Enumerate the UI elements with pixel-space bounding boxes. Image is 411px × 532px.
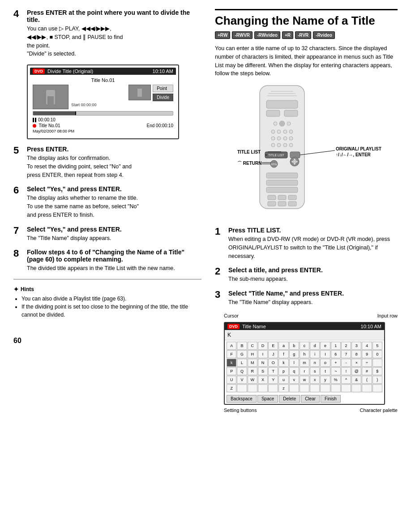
space-button[interactable]: Space [257,395,278,403]
char-X[interactable]: X [258,376,268,384]
char-N[interactable]: N [258,359,268,367]
char-caret[interactable]: ^ [341,376,351,384]
char-7[interactable]: 7 [341,350,351,358]
char-y[interactable]: y [320,376,330,384]
char-M[interactable]: M [248,359,257,367]
char-plus[interactable]: + [331,359,341,367]
right-step-2-body: The sub-menu appears. [228,275,398,283]
char-z[interactable]: z [278,384,288,392]
dvd-point-button[interactable]: Point [153,85,173,92]
char-grid-area: A B C D E a b c d e 1 2 3 4 5 [225,340,384,394]
char-U[interactable]: U [227,376,236,384]
svg-point-9 [287,122,291,125]
char-minus[interactable]: - [341,359,351,367]
dvd-screen-time: 10:10 AM [153,69,173,74]
char-o[interactable]: o [320,359,330,367]
char-Z[interactable]: Z [227,384,236,392]
char-c[interactable]: c [300,342,309,350]
dvd-progress-marker [75,112,76,115]
char-D[interactable]: D [258,342,268,350]
char-k2[interactable]: k [278,359,288,367]
char-H[interactable]: H [248,350,257,358]
char-d[interactable]: d [310,342,320,350]
dvd-divide-button[interactable]: Divide [153,94,173,101]
char-tilde[interactable]: ~ [331,367,341,375]
backspace-button[interactable]: Backspace [227,395,257,403]
char-4[interactable]: 4 [362,342,372,350]
char-empty3 [248,384,257,392]
char-rparen[interactable]: ) [372,376,382,384]
char-h[interactable]: h [300,350,309,358]
svg-point-14 [271,137,275,140]
char-5[interactable]: 5 [372,342,382,350]
char-g[interactable]: g [289,350,299,358]
char-p[interactable]: p [278,367,288,375]
char-I2[interactable]: I [320,350,330,358]
clear-button[interactable]: Clear [301,395,320,403]
char-A[interactable]: A [227,342,236,350]
char-9[interactable]: 9 [362,350,372,358]
char-8[interactable]: 8 [351,350,361,358]
char-0[interactable]: 0 [372,350,382,358]
char-F[interactable]: F [227,350,236,358]
char-a[interactable]: a [278,342,288,350]
char-S[interactable]: S [258,367,268,375]
char-m[interactable]: m [300,359,309,367]
char-3[interactable]: 3 [351,342,361,350]
char-L[interactable]: L [237,359,247,367]
char-dollar[interactable]: $ [372,367,382,375]
svg-rect-39 [268,202,276,206]
char-q[interactable]: q [289,367,299,375]
char-at[interactable]: @ [351,367,361,375]
char-e[interactable]: e [320,342,330,350]
finish-button[interactable]: Finish [321,395,341,403]
char-percent[interactable]: % [331,376,341,384]
char-T[interactable]: T [268,367,278,375]
char-u[interactable]: u [278,376,288,384]
char-amp[interactable]: & [351,376,361,384]
char-6[interactable]: 6 [331,350,341,358]
char-E[interactable]: E [268,342,278,350]
char-hash[interactable]: # [362,367,372,375]
char-r[interactable]: r [300,367,309,375]
step-7-title: Select "Yes," and press ENTER. [27,226,201,233]
char-V[interactable]: V [237,376,247,384]
char-div[interactable]: ÷ [362,359,372,367]
char-O[interactable]: O [268,359,278,367]
char-w[interactable]: w [300,376,309,384]
char-f[interactable]: f [278,350,288,358]
char-1[interactable]: 1 [331,342,341,350]
char-exclaim[interactable]: ! [341,367,351,375]
char-b[interactable]: b [289,342,299,350]
svg-point-10 [271,130,275,133]
char-x[interactable]: × [351,359,361,367]
title-name-header: DVD Title Name 10:10 AM [225,323,384,330]
char-C[interactable]: C [248,342,257,350]
char-empty7 [300,384,309,392]
char-lparen[interactable]: ( [362,376,372,384]
char-l[interactable]: l [289,359,299,367]
char-P[interactable]: P [227,367,236,375]
dvd-progress-bar [33,111,173,116]
svg-point-7 [279,121,285,126]
step-5-number: 5 [13,146,23,179]
char-x2[interactable]: x [310,376,320,384]
char-Y[interactable]: Y [268,376,278,384]
char-2[interactable]: 2 [341,342,351,350]
delete-button[interactable]: Delete [279,395,300,403]
char-B[interactable]: B [237,342,247,350]
char-t[interactable]: t [320,367,330,375]
char-J[interactable]: J [268,350,278,358]
char-k-lower[interactable]: k [227,359,236,367]
char-W[interactable]: W [248,376,257,384]
char-i[interactable]: i [310,350,320,358]
char-G[interactable]: G [237,350,247,358]
char-I[interactable]: I [258,350,268,358]
step-4-content: Press ENTER at the point where you want … [27,9,201,58]
char-n[interactable]: n [310,359,320,367]
char-R[interactable]: R [248,367,257,375]
char-v[interactable]: v [289,376,299,384]
char-Q[interactable]: Q [237,367,247,375]
svg-point-30 [293,160,296,163]
char-s[interactable]: s [310,367,320,375]
